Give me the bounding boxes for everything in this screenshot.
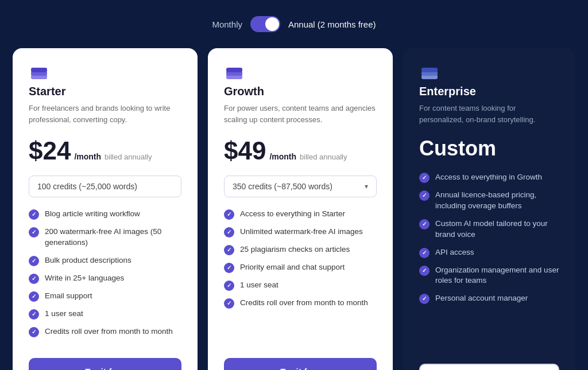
chevron-down-icon: ▾ <box>365 182 368 190</box>
check-icon <box>29 256 39 266</box>
enterprise-plan-icon <box>419 64 440 85</box>
annual-label: Annual (2 months free) <box>288 20 376 29</box>
starter-credits-label: 100 credits (~25,000 words) <box>37 182 137 191</box>
enterprise-plan-name: Enterprise <box>419 85 559 98</box>
growth-plan-price: $49 /month billed annually <box>224 137 377 165</box>
check-icon <box>29 274 39 284</box>
list-item: Credits roll over from month to month <box>29 326 181 337</box>
growth-plan-icon <box>224 64 245 85</box>
list-item: Annual licence-based pricing, including … <box>419 190 559 212</box>
list-item: Credits roll over from month to month <box>224 298 377 309</box>
starter-price-billing: billed annually <box>105 153 152 161</box>
starter-price-amount: $24 <box>29 137 71 165</box>
starter-plan-card: Starter For freelancers and brands looki… <box>13 48 198 370</box>
list-item: Personal account manager <box>419 293 559 304</box>
starter-credits-dropdown[interactable]: 100 credits (~25,000 words) <box>29 176 181 197</box>
check-icon <box>29 291 39 302</box>
list-item: Priority email and chat support <box>224 262 377 273</box>
check-icon <box>224 263 234 273</box>
list-item: 200 watermark-free AI images (50 generat… <box>29 227 181 248</box>
check-icon <box>29 209 39 220</box>
growth-price-amount: $49 <box>224 137 266 165</box>
list-item: Bulk product descriptions <box>29 255 181 266</box>
check-icon <box>419 266 430 276</box>
enterprise-price: Custom <box>419 137 559 161</box>
growth-credits-label: 350 credits (~87,500 words) <box>233 182 332 191</box>
check-icon <box>419 248 430 258</box>
check-icon <box>419 219 430 229</box>
enterprise-cta-button[interactable]: Book a demo <box>419 364 559 370</box>
list-item: 25 plagiarism checks on articles <box>224 244 377 255</box>
billing-toggle-section: Monthly Annual (2 months free) <box>212 16 376 32</box>
check-icon <box>224 227 234 237</box>
enterprise-plan-card: Enterprise For content teams looking for… <box>403 48 575 370</box>
growth-price-billing: billed annually <box>300 153 347 161</box>
growth-plan-description: For power users, content teams and agenc… <box>224 103 377 125</box>
list-item: Custom AI model tailored to your brand v… <box>419 219 559 240</box>
list-item: Access to everything in Growth <box>419 172 559 183</box>
starter-plan-icon <box>29 64 49 85</box>
starter-cta-button[interactable]: Try it free <box>29 358 181 370</box>
enterprise-plan-description: For content teams looking for personaliz… <box>419 103 559 125</box>
enterprise-features-list: Access to everything in GrowthAnnual lic… <box>419 172 559 350</box>
starter-price-period: /month <box>74 152 101 161</box>
check-icon <box>29 227 39 237</box>
monthly-label: Monthly <box>212 20 242 29</box>
list-item: 1 user seat <box>29 309 181 320</box>
list-item: Email support <box>29 291 181 302</box>
check-icon <box>224 209 234 220</box>
list-item: Organization management and user roles f… <box>419 265 559 287</box>
starter-plan-price: $24 /month billed annually <box>29 137 181 165</box>
list-item: 1 user seat <box>224 280 377 291</box>
check-icon <box>224 245 234 255</box>
check-icon <box>419 294 430 304</box>
billing-toggle[interactable] <box>250 16 280 32</box>
growth-plan-card: Growth For power users, content teams an… <box>208 48 393 370</box>
check-icon <box>419 190 430 201</box>
plans-container: Starter For freelancers and brands looki… <box>13 48 575 370</box>
growth-plan-name: Growth <box>224 85 377 98</box>
list-item: Blog article writing workflow <box>29 209 181 220</box>
check-icon <box>224 298 234 309</box>
check-icon <box>224 281 234 291</box>
list-item: API access <box>419 247 559 258</box>
list-item: Write in 25+ languages <box>29 273 181 284</box>
toggle-knob <box>265 17 279 31</box>
starter-plan-name: Starter <box>29 85 181 98</box>
growth-cta-button[interactable]: Try it free <box>224 358 377 370</box>
list-item: Unlimited watermark-free AI images <box>224 227 377 237</box>
check-icon <box>29 327 39 337</box>
growth-features-list: Access to everything in StarterUnlimited… <box>224 209 377 344</box>
starter-plan-description: For freelancers and brands looking to wr… <box>29 103 181 125</box>
growth-credits-dropdown[interactable]: 350 credits (~87,500 words) ▾ <box>224 176 377 197</box>
starter-features-list: Blog article writing workflow200 waterma… <box>29 209 181 344</box>
list-item: Access to everything in Starter <box>224 209 377 220</box>
growth-price-period: /month <box>269 152 296 161</box>
check-icon <box>29 309 39 320</box>
check-icon <box>419 173 430 183</box>
